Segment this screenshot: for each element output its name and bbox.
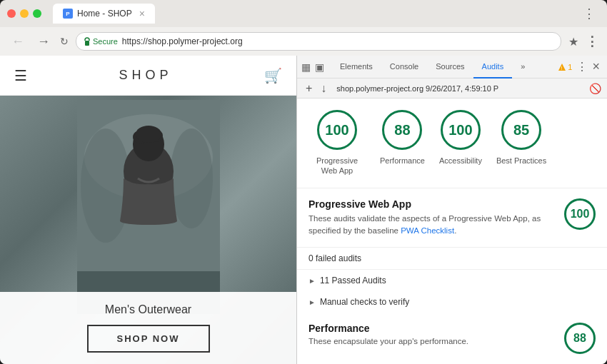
tab-audits[interactable]: Audits (473, 56, 513, 79)
block-icon[interactable]: 🚫 (589, 83, 601, 94)
devtools-more-icon[interactable]: ⋮ (576, 60, 588, 74)
perf-section-desc: These encapsulate your app's performance… (308, 337, 556, 345)
perf-section-title: Performance (308, 323, 556, 334)
perf-section-info: Performance These encapsulate your app's… (308, 323, 556, 345)
a11y-score-label: Accessibility (439, 156, 482, 166)
tab-title: Home - SHOP (77, 9, 132, 19)
settings-icon[interactable]: ⋮ (578, 6, 600, 21)
perf-score-label: Performance (380, 156, 425, 166)
download-icon[interactable]: ↓ (318, 81, 329, 96)
svg-text:!: ! (561, 66, 563, 71)
secure-icon: Secure (84, 37, 118, 46)
tab-more[interactable]: » (512, 56, 533, 79)
devtools-toolbar: + ↓ shop.polymer-project.org 9/26/2017, … (297, 79, 607, 98)
shop-hero-image: Men's Outerwear SHOP NOW (0, 96, 296, 364)
browser-tab[interactable]: P Home - SHOP × (53, 4, 155, 24)
score-performance: 88 Performance (380, 110, 425, 176)
address-bar: ← → ↻ Secure https://shop.polymer-projec… (0, 27, 607, 56)
devtools-panel: ▦ ▣ Elements Console Sources Audits » (296, 56, 607, 364)
passed-audits-expand[interactable]: ► 11 Passed Audits (297, 270, 607, 291)
devtools-inspect-icon[interactable]: ▦ (301, 61, 311, 73)
browser-menu-icon[interactable]: ⋮ (586, 34, 598, 49)
expand-arrow-icon: ► (308, 277, 316, 285)
devtools-close-icon[interactable]: × (592, 59, 600, 74)
secure-label: Secure (93, 37, 118, 46)
bp-score-circle: 85 (501, 110, 541, 150)
pwa-detail-score: 100 (564, 198, 596, 230)
tab-favicon: P (63, 9, 73, 19)
svg-rect-0 (85, 41, 89, 46)
caption-title: Men's Outerwear (11, 303, 285, 316)
shop-caption: Men's Outerwear SHOP NOW (0, 292, 296, 364)
scores-section: 100 Progressive Web App 88 Performance (297, 98, 607, 188)
devtools-tabs: ▦ ▣ Elements Console Sources Audits » (297, 56, 607, 79)
devtools-device-icon[interactable]: ▣ (315, 61, 324, 73)
devtools-content: 100 Progressive Web App 88 Performance (297, 98, 607, 364)
failed-audits-item: 0 failed audits (297, 248, 607, 270)
maximize-button[interactable] (33, 9, 41, 18)
traffic-lights (7, 9, 41, 18)
manual-arrow-icon: ► (308, 298, 316, 306)
pwa-score-label: Progressive Web App (308, 156, 366, 176)
pwa-section-header: Progressive Web App These audits validat… (308, 198, 596, 238)
close-button[interactable] (7, 9, 16, 18)
forward-button[interactable]: → (34, 33, 53, 51)
scores-row: 100 Progressive Web App 88 Performance (308, 110, 596, 176)
tab-sources[interactable]: Sources (427, 56, 473, 79)
browser-frame: P Home - SHOP × ⋮ ← → ↻ Secure https://s… (0, 0, 607, 364)
tab-console[interactable]: Console (381, 56, 427, 79)
shop-logo: SHOP (119, 68, 172, 83)
pwa-section-title: Progressive Web App (308, 198, 556, 210)
tab-close-icon[interactable]: × (139, 8, 145, 19)
url-bar[interactable]: Secure https://shop.polymer-project.org (76, 32, 561, 51)
score-accessibility: 100 Accessibility (439, 110, 482, 176)
shop-panel: ☰ SHOP 🛒 (0, 56, 296, 364)
performance-audit-section: Performance These encapsulate your app's… (297, 313, 607, 364)
cart-icon[interactable]: 🛒 (264, 67, 282, 84)
add-icon[interactable]: + (303, 81, 315, 96)
shop-now-button[interactable]: SHOP NOW (87, 325, 210, 353)
pwa-section-info: Progressive Web App These audits validat… (308, 198, 556, 238)
perf-score-circle: 88 (382, 110, 422, 150)
minimize-button[interactable] (20, 9, 29, 18)
svg-point-4 (170, 128, 213, 228)
audit-url: shop.polymer-project.org 9/26/2017, 4:59… (332, 84, 586, 93)
tab-bar: P Home - SHOP × (53, 4, 573, 24)
perf-detail-score: 88 (564, 323, 596, 354)
pwa-audit-section: Progressive Web App These audits validat… (297, 188, 607, 248)
content-area: ☰ SHOP 🛒 (0, 56, 607, 364)
refresh-button[interactable]: ↻ (60, 36, 69, 47)
tab-elements[interactable]: Elements (331, 56, 381, 79)
bookmark-icon[interactable]: ★ (568, 35, 578, 49)
svg-point-3 (81, 128, 131, 243)
perf-section-header: Performance These encapsulate your app's… (308, 323, 596, 354)
devtools-action-icons: ! 1 ⋮ × (555, 59, 603, 74)
a11y-score-circle: 100 (441, 110, 481, 150)
pwa-score-circle: 100 (317, 110, 357, 150)
shop-header: ☰ SHOP 🛒 (0, 56, 296, 96)
hamburger-icon[interactable]: ☰ (14, 67, 27, 84)
back-button[interactable]: ← (9, 33, 27, 51)
score-pwa: 100 Progressive Web App (308, 110, 366, 176)
svg-point-9 (136, 126, 161, 143)
title-bar: P Home - SHOP × ⋮ (0, 0, 607, 27)
warning-badge: ! 1 (558, 63, 572, 71)
manual-checks-expand[interactable]: ► Manual checks to verify (297, 291, 607, 313)
score-best-practices: 85 Best Practices (496, 110, 546, 176)
pwa-checklist-link[interactable]: PWA Checklist (401, 226, 454, 235)
pwa-section-desc: These audits validate the aspects of a P… (308, 213, 556, 238)
bp-score-label: Best Practices (496, 156, 546, 166)
url-text: https://shop.polymer-project.org (122, 36, 243, 46)
